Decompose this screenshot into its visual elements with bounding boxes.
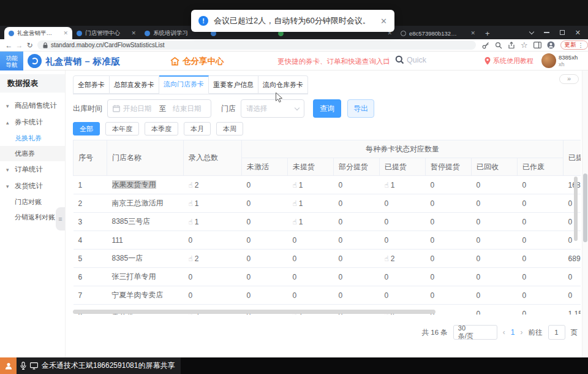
sidebar-item[interactable]: ▴券卡统计 — [0, 114, 65, 131]
browser-tab-gift-admin[interactable]: 礼盒营销平台管理中心 ✕ — [4, 27, 72, 39]
cell-value: 0 — [431, 291, 435, 300]
content-tab[interactable]: 全部券卡 — [73, 75, 110, 94]
window-close-icon[interactable]: ✕ — [575, 29, 581, 37]
quick-filter-button[interactable]: 本年度 — [105, 122, 139, 135]
table-vertical-scrollbar[interactable] — [574, 177, 578, 241]
bookmark-star-icon[interactable]: ☆ — [521, 42, 528, 48]
share-center-link[interactable]: 仓分享中心 — [170, 56, 224, 67]
cell-status-count: 0 — [334, 194, 380, 213]
sidebar-item[interactable]: 门店对账 — [0, 194, 65, 210]
sidebar-item[interactable]: 兑换礼券 — [0, 131, 65, 146]
current-page[interactable]: 1 — [511, 328, 515, 337]
start-date-input[interactable]: 开始日期 — [123, 104, 156, 113]
search-button[interactable]: 查询 — [313, 99, 341, 118]
content-tab[interactable]: 流向门店券卡 — [159, 75, 209, 94]
quick-filter-button[interactable]: 本季度 — [145, 122, 178, 135]
store-name: 111 — [112, 236, 123, 245]
cell-value: 0 — [431, 181, 435, 189]
content-tab[interactable]: 流向仓库券卡 — [258, 75, 308, 94]
address-bar[interactable]: standard.maboy.cn/CardFlowStatisticsList — [37, 40, 476, 50]
browser-tab-store-admin[interactable]: 门店管理中心 ✕ — [72, 27, 140, 39]
quick-filter-button[interactable]: 本月 — [184, 122, 211, 135]
horizontal-scrollbar[interactable] — [73, 310, 435, 314]
cell-count-link[interactable]: 1 — [299, 199, 303, 208]
cell-value: 0 — [339, 291, 343, 300]
quick-filter-button[interactable]: 全部 — [73, 122, 100, 135]
function-nav-button[interactable]: 功能 导航 — [0, 52, 23, 71]
tab-search-icon[interactable] — [529, 29, 534, 34]
quick-search[interactable]: Quick — [395, 55, 426, 64]
new-tab-button[interactable]: + — [480, 27, 496, 39]
forward-icon[interactable]: → — [14, 41, 24, 50]
back-icon[interactable]: ← — [4, 41, 14, 50]
cell-count-link[interactable]: 2 — [195, 181, 199, 189]
cell-no: 1 — [74, 176, 107, 194]
menu-dots-icon[interactable]: ⋮ — [578, 42, 584, 48]
cell-value: 0 — [247, 218, 251, 226]
share-icon[interactable] — [508, 42, 515, 49]
key-icon[interactable] — [482, 42, 489, 49]
sidebar-item[interactable]: ▾订单统计 — [0, 161, 65, 178]
tab-close-icon[interactable]: ✕ — [468, 30, 475, 36]
table-header-col-no: 序号 — [74, 140, 107, 176]
cell-store-name: 张三打单专用 — [107, 268, 184, 286]
table-header-group: 每种券卡状态对应数量 — [242, 140, 564, 158]
next-page-icon[interactable]: › — [521, 328, 523, 337]
sidebar-collapse-handle[interactable]: ≡ — [56, 207, 65, 231]
quick-filter-button[interactable]: 本周 — [216, 122, 243, 135]
zoom-icon[interactable] — [495, 42, 502, 49]
cell-count-link[interactable]: 1 — [195, 199, 199, 208]
cell-value: 0 — [293, 273, 297, 281]
app-logo — [28, 54, 42, 68]
sidepanel-icon[interactable] — [533, 42, 541, 48]
browser-tab-hash[interactable]: e8c573980b1328a258fd2e6f8 ✕ — [396, 27, 480, 39]
user-avatar[interactable] — [541, 53, 556, 68]
cell-store-name: 111 — [107, 231, 184, 250]
maximize-icon[interactable] — [560, 30, 565, 35]
cell-count-link[interactable]: 1 — [391, 181, 395, 189]
cell-count-link[interactable]: 2 — [391, 254, 395, 263]
sidebar-item[interactable]: ▾发货统计 — [0, 178, 65, 194]
profile-icon[interactable] — [547, 41, 555, 49]
reload-icon[interactable]: ↻ — [24, 41, 35, 50]
sidebar-item-label: 商品销售统计 — [15, 101, 57, 110]
content-tab[interactable]: 总部直发券卡 — [110, 75, 159, 94]
cell-amount: 1,152 — [564, 305, 581, 315]
favicon-icon — [145, 31, 150, 36]
browser-update-button[interactable]: 更新 ⋮ — [560, 40, 588, 50]
sidebar-item-label: 订单统计 — [15, 165, 43, 174]
cell-status-count: 0 — [472, 305, 518, 315]
end-date-input[interactable]: 结束日期 — [169, 104, 206, 113]
cell-count-link[interactable]: 1 — [195, 218, 199, 226]
page-size-select[interactable]: 30条/页 — [453, 325, 497, 340]
tab-close-icon[interactable]: ✕ — [129, 30, 136, 36]
store-select[interactable]: 请选择 — [241, 99, 304, 118]
export-button[interactable]: 导出 — [347, 99, 374, 118]
date-range-input[interactable]: 开始日期 至 结束日期 — [107, 99, 211, 118]
table-header-status: 部分提货 — [334, 158, 380, 176]
notification-close-icon[interactable]: ✕ — [380, 17, 387, 26]
goto-page-input[interactable] — [548, 325, 565, 340]
page-scrollbar[interactable] — [582, 71, 588, 357]
page-scrollbar-thumb[interactable] — [583, 174, 587, 242]
cell-store-name: 南京王总激活用 — [107, 194, 184, 213]
content-tab[interactable]: 重要客户信息 — [209, 75, 258, 94]
tab-close-icon[interactable]: ✕ — [61, 30, 68, 36]
amount-value: 1,152 — [568, 310, 581, 315]
cell-count-link[interactable]: 1 — [299, 218, 303, 226]
table-header-status: 未激活 — [242, 158, 288, 176]
cell-count-link[interactable]: 2 — [195, 254, 199, 263]
prev-page-icon[interactable]: ‹ — [503, 328, 505, 337]
sidebar-item[interactable]: 优惠券 — [0, 146, 65, 161]
minimize-icon[interactable] — [544, 32, 549, 33]
cell-status-count: 0 — [288, 286, 334, 305]
cell-value: 0 — [477, 291, 481, 300]
cell-status-count: ☝1 — [288, 176, 334, 194]
collapse-panel-button[interactable]: » — [559, 74, 579, 84]
table-row: 2南京王总激活用☝10☝1000000 — [74, 194, 581, 213]
cell-count-link[interactable]: 1 — [299, 181, 303, 189]
globe-favicon-icon — [401, 31, 406, 36]
sidebar-item[interactable]: ▾商品销售统计 — [0, 97, 65, 114]
pointer-icon: ☝ — [385, 254, 389, 263]
tutorial-link[interactable]: 系统使用教程 — [484, 56, 533, 66]
